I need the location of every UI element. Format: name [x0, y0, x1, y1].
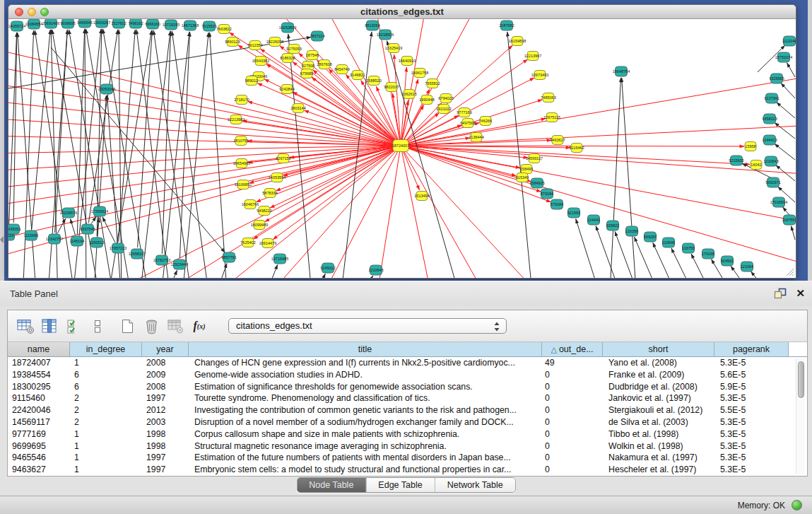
graph-edge[interactable] [358, 276, 373, 278]
table-options-button[interactable] [15, 315, 36, 337]
table-cell[interactable]: 5.3E-5 [714, 357, 789, 369]
table-cell[interactable]: 5.3E-5 [714, 428, 789, 440]
table-cell[interactable]: 9115460 [8, 392, 70, 404]
table-cell[interactable]: 1 [70, 464, 142, 476]
table-row[interactable]: 911546021997Tourette syndrome. Phenomeno… [8, 392, 807, 404]
graph-edge[interactable] [164, 270, 177, 278]
table-cell[interactable]: 0 [542, 404, 603, 416]
table-cell[interactable]: 2008 [142, 381, 189, 393]
table-cell[interactable]: 0 [542, 464, 603, 476]
new-column-button[interactable] [117, 315, 138, 337]
table-cell[interactable]: Nakamura et al. (1997) [603, 452, 714, 464]
graph-edge[interactable] [263, 264, 278, 278]
select-from-table-button[interactable] [63, 315, 84, 337]
graph-edge[interactable] [611, 78, 621, 278]
table-cell[interactable]: Hescheler et al. (1997) [603, 464, 714, 476]
table-cell[interactable]: 9777169 [8, 428, 70, 440]
table-cell[interactable]: Stergiakouli et al. (2012) [603, 404, 714, 416]
close-panel-icon[interactable]: ✕ [796, 288, 805, 299]
graph-edge[interactable] [653, 243, 680, 278]
table-cell[interactable]: Structural magnetic resonance image aver… [189, 440, 542, 452]
table-cell[interactable]: 9465546 [8, 452, 70, 464]
table-cell[interactable]: 1 [70, 428, 142, 440]
table-cell[interactable]: de Silva et al. (2003) [603, 416, 714, 428]
table-combobox[interactable]: citations_edges.txt [228, 318, 507, 334]
table-cell[interactable]: 0 [542, 392, 603, 404]
graph-edge[interactable] [319, 151, 398, 278]
table-scrollbar-thumb[interactable] [798, 361, 804, 398]
table-cell[interactable]: 19384554 [8, 369, 70, 381]
table-cell[interactable]: Estimation of the future numbers of pati… [189, 452, 542, 464]
graph-edge[interactable] [635, 237, 662, 278]
table-cell[interactable]: Disruption of a novel member of a sodium… [189, 416, 542, 428]
table-cell[interactable]: Changes of HCN gene expression and I(f) … [189, 357, 542, 369]
table-cell[interactable]: 0 [542, 369, 603, 381]
table-cell[interactable]: 0 [542, 428, 603, 440]
delete-table-button[interactable] [165, 315, 186, 337]
table-cell[interactable]: 2 [70, 392, 142, 404]
graph-edge[interactable] [596, 226, 623, 278]
table-cell[interactable]: 1997 [142, 464, 189, 476]
delete-column-button[interactable] [141, 315, 162, 337]
column-header-pagerank[interactable]: pagerank [714, 342, 789, 356]
table-cell[interactable]: 0 [542, 440, 603, 452]
table-cell[interactable]: 2008 [142, 357, 189, 369]
table-cell[interactable]: 5.6E-5 [714, 369, 789, 381]
column-header-year[interactable]: year [142, 342, 189, 356]
table-cell[interactable]: 5.3E-5 [714, 416, 789, 428]
graph-edge[interactable] [242, 120, 394, 144]
graph-edge[interactable] [85, 29, 86, 278]
table-cell[interactable]: 5.3E-5 [714, 464, 789, 476]
window-resize-grip[interactable] [784, 267, 794, 276]
table-cell[interactable]: 0 [542, 416, 603, 428]
graph-edge[interactable] [407, 125, 796, 146]
table-cell[interactable]: Genome-wide association studies in ADHD. [189, 369, 542, 381]
table-cell[interactable]: 49 [542, 357, 603, 369]
split-pane-collapse-arrow-icon[interactable] [0, 236, 4, 243]
table-cell[interactable]: Corpus callosum shape and size in male p… [189, 428, 542, 440]
network-canvas[interactable]: 1872400714055724193845542069140696996959… [8, 19, 796, 278]
table-cell[interactable]: Embryonic stem cells: a model to study s… [189, 464, 542, 476]
table-cell[interactable]: 0 [542, 381, 603, 393]
column-header-short[interactable]: short [603, 342, 714, 356]
citation-graph[interactable]: 1872400714055724193845542069140696996959… [8, 19, 796, 278]
table-cell[interactable]: 6 [70, 369, 142, 381]
graph-edge[interactable] [791, 226, 795, 240]
graph-edge[interactable] [787, 63, 795, 77]
table-cell[interactable]: 1998 [142, 440, 189, 452]
close-window-button[interactable] [15, 8, 23, 16]
graph-edge[interactable] [775, 144, 795, 160]
table-cell[interactable]: 14569117 [8, 416, 70, 428]
table-cell[interactable]: Investigating the contribution of common… [189, 404, 542, 416]
graph-edge[interactable] [615, 231, 641, 278]
graph-edge[interactable] [172, 31, 210, 278]
table-cell[interactable]: 2 [70, 416, 142, 428]
minimize-window-button[interactable] [28, 8, 36, 16]
table-cell[interactable]: Franke et al. (2009) [603, 369, 714, 381]
table-cell[interactable]: Tourette syndrome. Phenomenology and cla… [189, 392, 542, 404]
table-cell[interactable]: 5.9E-5 [714, 381, 789, 393]
graph-edge[interactable] [160, 32, 189, 278]
table-row[interactable]: 977716911998Corpus callosum shape and si… [8, 428, 807, 440]
table-cell[interactable]: 1 [70, 357, 142, 369]
tab-edge-table[interactable]: Edge Table [365, 478, 434, 492]
table-cell[interactable]: 5.3E-5 [714, 392, 789, 404]
column-header-in_degree[interactable]: in_degree [70, 342, 142, 356]
table-cell[interactable]: 1997 [142, 392, 189, 404]
graph-edge[interactable] [18, 33, 37, 278]
table-cell[interactable]: 2012 [142, 404, 189, 416]
graph-edge[interactable] [304, 110, 394, 144]
graph-edge[interactable] [102, 217, 115, 243]
table-cell[interactable]: Dudbridge et al. (2008) [603, 381, 714, 393]
table-cell[interactable]: 6 [70, 381, 142, 393]
graph-edge[interactable] [622, 78, 635, 278]
table-cell[interactable]: 5.3E-5 [714, 440, 789, 452]
table-cell[interactable]: 1997 [142, 452, 189, 464]
graph-edge[interactable] [775, 123, 795, 139]
graph-edge[interactable] [576, 219, 602, 278]
graph-edge[interactable] [77, 29, 84, 235]
table-cell[interactable]: 5.5E-5 [714, 404, 789, 416]
tab-network-table[interactable]: Network Table [435, 478, 515, 492]
graph-edge[interactable] [751, 271, 775, 278]
table-row[interactable]: 1830029562008Estimation of significance … [8, 381, 807, 393]
